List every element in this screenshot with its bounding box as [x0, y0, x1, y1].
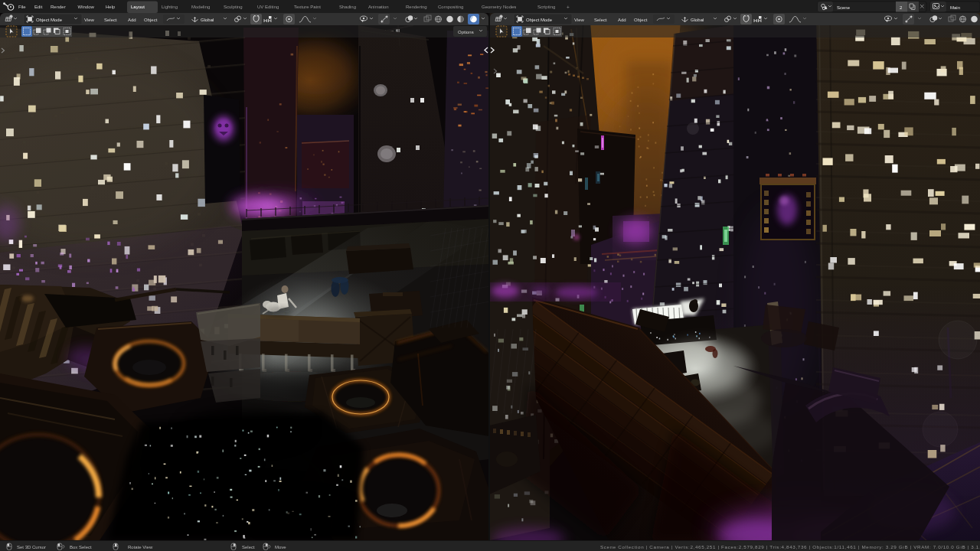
svg-text:File: File	[18, 5, 26, 9]
svg-text:Edit: Edit	[34, 5, 43, 9]
svg-text:Add: Add	[618, 18, 626, 22]
svg-text:Options: Options	[458, 30, 474, 34]
svg-text:Animation: Animation	[368, 5, 389, 9]
svg-text:Select: Select	[104, 18, 117, 22]
svg-text:Rotate View: Rotate View	[128, 545, 153, 549]
svg-text:Global: Global	[691, 18, 704, 22]
svg-text:Layout: Layout	[131, 5, 145, 9]
svg-text:Modeling: Modeling	[191, 5, 210, 9]
svg-text:Add: Add	[128, 18, 136, 22]
svg-text:View: View	[574, 18, 585, 22]
svg-text:Set 3D Cursor: Set 3D Cursor	[17, 545, 46, 549]
svg-text:Object Mode: Object Mode	[526, 18, 553, 22]
svg-text:+: +	[567, 5, 570, 10]
svg-text:Rendering: Rendering	[406, 5, 427, 9]
svg-text:View: View	[84, 18, 95, 22]
svg-text:Window: Window	[78, 5, 95, 9]
svg-text:Scene: Scene	[837, 5, 851, 10]
svg-text:Object: Object	[144, 18, 158, 22]
svg-text:Select: Select	[594, 18, 607, 22]
svg-text:Box Select: Box Select	[70, 545, 92, 549]
svg-text:Move: Move	[275, 545, 286, 549]
svg-text:Global: Global	[201, 18, 214, 22]
svg-text:Sculpting: Sculpting	[224, 5, 243, 9]
svg-text:Help: Help	[106, 5, 116, 9]
svg-text:Geometry Nodes: Geometry Nodes	[482, 5, 516, 9]
svg-text:Texture Paint: Texture Paint	[294, 5, 321, 9]
svg-text:Shading: Shading	[339, 5, 356, 9]
svg-text:Lighting: Lighting	[162, 5, 178, 9]
svg-text:Select: Select	[242, 545, 255, 549]
svg-text:Scene Collection | Camera | Ve: Scene Collection | Camera | Verts:2,465,…	[600, 544, 980, 549]
svg-text:Object: Object	[634, 18, 648, 22]
svg-text:Object Mode: Object Mode	[36, 18, 63, 22]
svg-text:Compositing: Compositing	[438, 5, 463, 9]
svg-text:Render: Render	[51, 5, 66, 9]
svg-text:Main: Main	[950, 5, 960, 10]
svg-text:UV Editing: UV Editing	[257, 5, 279, 9]
svg-text:Scripting: Scripting	[537, 5, 555, 9]
